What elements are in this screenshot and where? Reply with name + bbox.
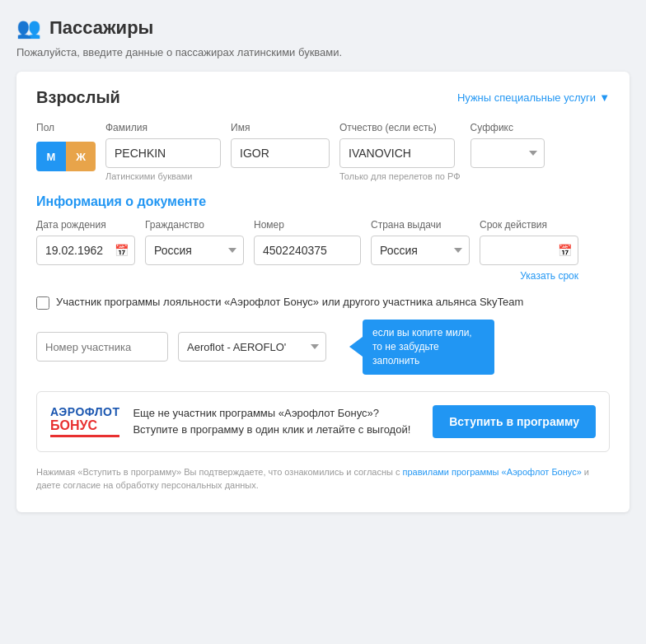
suffix-group: Суффикс Sr. Jr. II III [470,122,545,168]
specify-date-link[interactable]: Указать срок [480,270,578,282]
member-number-input[interactable] [36,332,168,362]
issue-country-select[interactable]: Россия Другое [371,236,470,265]
aeroflot-logo-bonus: БОНУС [50,418,119,433]
expiry-input[interactable] [480,236,578,265]
doc-number-label: Номер [254,219,361,231]
gender-buttons: М Ж [36,142,96,171]
card-header: Взрослый Нужны специальные услуги ▼ [36,88,610,107]
issue-country-group: Страна выдачи Россия Другое [371,219,470,265]
first-name-group: Имя [231,122,330,168]
suffix-label: Суффикс [470,122,545,133]
gender-label: Пол [36,122,96,133]
first-name-label: Имя [231,122,330,133]
last-name-hint: Латинскими буквами [105,171,221,181]
expiry-group: Срок действия 📅 Указать срок [480,219,578,282]
join-program-button[interactable]: Вступить в программу [433,405,596,438]
special-services-link[interactable]: Нужны специальные услуги ▼ [457,91,610,104]
middle-name-hint: Только для перелетов по РФ [339,171,461,181]
last-name-input[interactable] [105,138,221,168]
airline-select[interactable]: Aeroflot - AEROFLO' [178,332,326,362]
first-name-input[interactable] [231,138,330,168]
footer-text: Нажимая «Вступить в программу» Вы подтве… [36,467,403,477]
loyalty-inputs-row: Aeroflot - AEROFLO' если вы копите мили,… [36,320,610,374]
loyalty-tooltip: если вы копите мили, то не забудьте запо… [349,320,494,374]
dob-group: Дата рождения 📅 [36,219,135,265]
loyalty-checkbox-row: Участник программы лояльности «Аэрофлот … [36,295,610,310]
footer-note: Нажимая «Вступить в программу» Вы подтве… [36,465,610,492]
passenger-card: Взрослый Нужны специальные услуги ▼ Пол … [16,72,630,512]
doc-number-group: Номер [254,219,361,265]
issue-country-label: Страна выдачи [371,219,470,231]
loyalty-checkbox[interactable] [36,296,49,310]
gender-group: Пол М Ж [36,122,96,171]
loyalty-label: Участник программы лояльности «Аэрофлот … [56,295,523,310]
middle-name-group: Отчество (если есть) Только для перелето… [339,122,461,181]
footer-link1[interactable]: правилами программы «Аэрофлот Бонус» [403,467,582,477]
middle-name-label: Отчество (если есть) [339,122,461,133]
document-section-title: Информация о документе [36,194,610,209]
expiry-input-wrapper: 📅 [480,236,578,265]
doc-number-input[interactable] [254,236,361,265]
aeroflot-logo-underline [50,435,119,437]
last-name-group: Фамилия Латинскими буквами [105,122,221,181]
aeroflot-banner: АЭРОФЛОТ БОНУС Еще не участник программы… [36,391,610,452]
citizenship-select[interactable]: Россия Другое [145,236,244,265]
last-name-label: Фамилия [105,122,221,133]
aeroflot-logo: АЭРОФЛОТ БОНУС [50,405,119,437]
expiry-label: Срок действия [480,219,578,231]
citizenship-label: Гражданство [145,219,244,231]
page-title: Пассажиры [49,17,153,39]
loyalty-section: Участник программы лояльности «Аэрофлот … [36,295,610,375]
page-header: 👥 Пассажиры [16,16,630,40]
aeroflot-description: Еще не участник программы «Аэрофлот Бону… [133,405,419,437]
dob-input-wrapper: 📅 [36,236,135,265]
tooltip-arrow [349,337,363,357]
aeroflot-logo-main: АЭРОФЛОТ [50,405,119,418]
page-subtitle: Пожалуйста, введите данные о пассажирах … [16,46,630,58]
citizenship-group: Гражданство Россия Другое [145,219,244,265]
chevron-down-icon: ▼ [599,91,610,104]
adult-label: Взрослый [36,88,120,107]
dob-input[interactable] [36,236,135,265]
dob-label: Дата рождения [36,219,135,231]
gender-female-button[interactable]: Ж [66,142,96,171]
middle-name-input[interactable] [339,138,455,168]
tooltip-text: если вы копите мили, то не забудьте запо… [363,320,494,374]
passenger-fields-row: Пол М Ж Фамилия Латинскими буквами Имя О… [36,122,610,181]
gender-male-button[interactable]: М [36,142,66,171]
document-fields-row: Дата рождения 📅 Гражданство Россия Друго… [36,219,610,282]
suffix-select[interactable]: Sr. Jr. II III [470,138,545,168]
passengers-icon: 👥 [16,16,41,40]
